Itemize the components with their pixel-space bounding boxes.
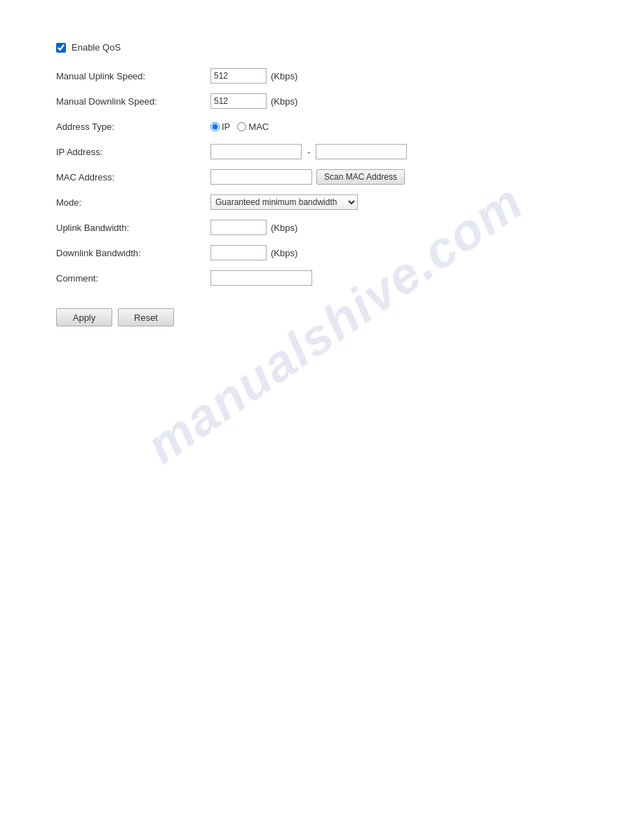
radio-ip-input[interactable]	[210, 122, 220, 131]
uplink-bw-label: Uplink Bandwidth:	[56, 223, 210, 233]
ip-dash: -	[307, 147, 310, 157]
enable-qos-checkbox[interactable]	[56, 43, 66, 53]
downlink-bw-controls: (Kbps)	[210, 245, 297, 260]
comment-input[interactable]	[210, 270, 312, 286]
radio-mac-item: MAC	[237, 121, 269, 132]
radio-mac-label: MAC	[248, 121, 269, 132]
downlink-kbps-label: (Kbps)	[271, 96, 297, 107]
downlink-bw-kbps-label: (Kbps)	[271, 248, 297, 258]
mac-address-row: MAC Address: Scan MAC Address	[56, 168, 588, 186]
mac-address-controls: Scan MAC Address	[210, 169, 405, 185]
ip-address-controls: -	[210, 144, 407, 159]
downlink-bw-label: Downlink Bandwidth:	[56, 248, 210, 258]
comment-row: Comment:	[56, 269, 588, 287]
downlink-bw-row: Downlink Bandwidth: (Kbps)	[56, 244, 588, 262]
apply-button[interactable]: Apply	[56, 308, 112, 326]
manual-downlink-controls: (Kbps)	[210, 93, 297, 109]
uplink-bw-row: Uplink Bandwidth: (Kbps)	[56, 218, 588, 237]
scan-mac-button[interactable]: Scan MAC Address	[316, 169, 405, 185]
uplink-bw-kbps-label: (Kbps)	[271, 223, 297, 233]
radio-ip-label: IP	[222, 121, 230, 132]
mode-label: Mode:	[56, 197, 210, 208]
manual-uplink-label: Manual Uplink Speed:	[56, 71, 210, 81]
address-type-controls: IP MAC	[210, 121, 269, 132]
mac-address-input[interactable]	[210, 169, 312, 185]
ip-address-row: IP Address: -	[56, 143, 588, 161]
uplink-bw-input[interactable]	[210, 220, 267, 235]
ip-address-input1[interactable]	[210, 144, 302, 159]
radio-mac-input[interactable]	[237, 122, 246, 131]
mac-address-label: MAC Address:	[56, 172, 210, 183]
uplink-kbps-label: (Kbps)	[271, 71, 297, 81]
ip-address-label: IP Address:	[56, 147, 210, 157]
address-type-row: Address Type: IP MAC	[56, 117, 588, 135]
uplink-bw-controls: (Kbps)	[210, 220, 297, 235]
manual-downlink-row: Manual Downlink Speed: (Kbps)	[56, 92, 588, 110]
comment-controls	[210, 270, 312, 286]
mode-select[interactable]: Guaranteed minimum bandwidth Maximum ban…	[210, 194, 358, 210]
manual-downlink-input[interactable]	[210, 93, 267, 109]
downlink-bw-input[interactable]	[210, 245, 267, 260]
address-type-label: Address Type:	[56, 121, 210, 132]
enable-qos-label: Enable QoS	[72, 42, 121, 53]
manual-uplink-row: Manual Uplink Speed: (Kbps)	[56, 67, 588, 85]
comment-label: Comment:	[56, 273, 210, 284]
ip-address-input2[interactable]	[316, 144, 407, 159]
mode-row: Mode: Guaranteed minimum bandwidth Maxim…	[56, 193, 588, 211]
button-row: Apply Reset	[56, 308, 588, 326]
mode-controls: Guaranteed minimum bandwidth Maximum ban…	[210, 194, 358, 210]
radio-ip-item: IP	[210, 121, 230, 132]
manual-downlink-label: Manual Downlink Speed:	[56, 96, 210, 107]
manual-uplink-input[interactable]	[210, 68, 267, 84]
reset-button[interactable]: Reset	[118, 308, 174, 326]
manual-uplink-controls: (Kbps)	[210, 68, 297, 84]
enable-qos-row: Enable QoS	[56, 42, 588, 53]
